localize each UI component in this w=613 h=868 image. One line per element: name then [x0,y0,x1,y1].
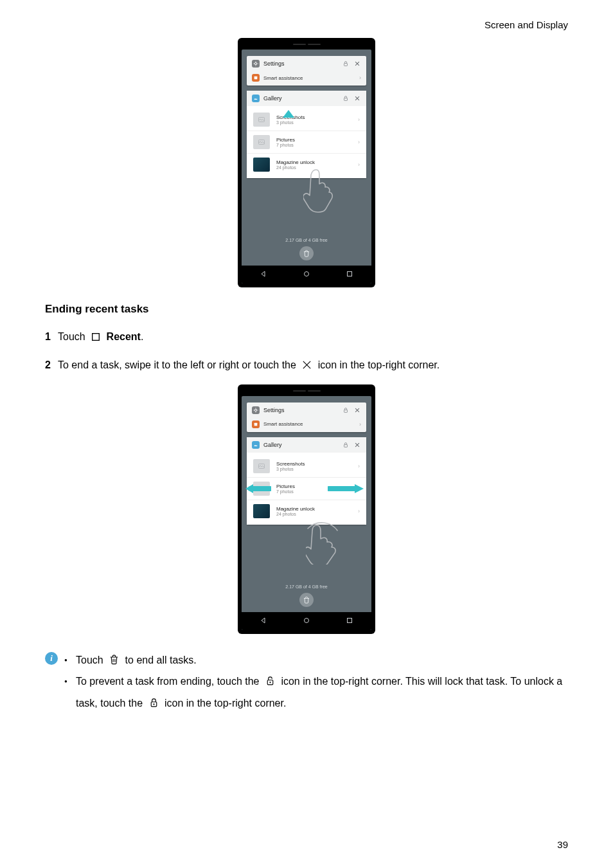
album-thumb-icon [253,158,270,172]
svg-rect-11 [254,422,258,426]
album-name: Screenshots [276,114,305,120]
svg-point-6 [304,272,308,276]
storage-text: 2.17 GB of 4 GB free [242,578,371,592]
chevron-right-icon: › [358,161,360,168]
album-thumb-icon [253,459,270,473]
gallery-album-row[interactable]: Magazine unlock 24 photos › [247,500,366,522]
chevron-right-icon: › [358,463,360,469]
svg-rect-1 [344,64,348,66]
page-number: 39 [557,839,568,850]
album-name: Magazine unlock [276,506,315,512]
lock-icon[interactable] [342,60,350,68]
svg-rect-2 [254,77,258,80]
section-heading: Ending recent tasks [45,303,568,316]
tip1-prefix: Touch [76,655,106,665]
close-icon[interactable] [353,441,361,449]
android-navbar [242,266,371,284]
nav-home-icon[interactable] [303,270,310,279]
close-icon[interactable] [353,60,361,68]
recents-card-settings[interactable]: Settings Smart assistance › [247,56,366,86]
recents-card-settings[interactable]: Settings Smart assistance › [247,402,366,432]
svg-point-18 [270,682,271,683]
phone-screen: Settings Smart assistance › [242,396,371,630]
tips-block: i Touch to end all tasks. To prevent a t… [45,649,568,714]
chevron-right-icon: › [359,421,361,428]
step2-text-prefix: To end a task, swipe it to the left or r… [58,359,299,370]
phone-screen: Settings Smart assistance › [242,50,371,284]
settings-sub-row[interactable]: Smart assistance › [247,71,366,86]
album-count: 3 photos [276,120,305,125]
recents-card-gallery[interactable]: Gallery Screenshots [247,437,366,525]
svg-rect-7 [348,272,352,276]
chevron-right-icon: › [358,116,360,123]
smart-assistance-icon [252,420,260,428]
card-title: Settings [263,407,338,413]
gallery-album-row[interactable]: Pictures 7 photos › [247,477,366,500]
phone-mockup: Settings Smart assistance › [238,38,375,287]
lock-closed-icon [148,696,159,709]
gallery-album-row[interactable]: Screenshots 3 photos › [247,455,366,477]
gallery-album-row[interactable]: Pictures 7 photos › [247,131,366,153]
close-icon[interactable] [353,406,361,414]
album-count: 24 photos [276,512,315,516]
lock-icon[interactable] [342,95,350,102]
svg-point-20 [153,704,154,705]
gesture-hand-icon [306,520,344,565]
card-title: Settings [263,60,338,67]
nav-recent-icon[interactable] [346,270,353,279]
close-x-icon [301,359,312,370]
step2-text-suffix: icon in the top-right corner. [318,359,440,370]
nav-recent-icon[interactable] [346,617,353,626]
album-name: Pictures [276,137,295,143]
album-thumb-icon [253,135,270,149]
tip1-suffix: to end all tasks. [125,655,197,665]
settings-icon [252,60,260,68]
svg-point-9 [254,409,256,411]
tip2-part3: icon in the top-right corner. [164,698,286,709]
card-title: Gallery [263,442,338,448]
nav-home-icon[interactable] [303,617,310,626]
page-header-section: Screen and Display [45,19,568,30]
album-thumb-icon [253,113,270,127]
clear-all-button[interactable] [299,593,314,607]
clear-all-button[interactable] [299,246,314,260]
gallery-icon [252,95,260,102]
info-icon: i [45,652,58,665]
figure-recents-swipe: Settings Smart assistance › [45,384,568,634]
step-item: Touch Recent. [45,327,568,347]
trash-icon [109,653,120,665]
steps-list: Touch Recent. To end a task, swipe it to… [45,327,568,375]
chevron-right-icon: › [358,508,360,514]
step1-text-suffix: . [141,331,143,342]
smart-assistance-icon [252,74,260,82]
settings-icon [252,406,260,414]
gallery-album-row[interactable]: Screenshots 3 photos › [247,109,366,131]
svg-point-0 [254,62,256,64]
recents-card-gallery[interactable]: Gallery Screenshots [247,91,366,178]
svg-point-15 [304,618,308,622]
card-title: Gallery [263,95,338,102]
storage-text: 2.17 GB of 4 GB free [242,231,371,245]
lock-open-icon [265,674,276,687]
lock-icon[interactable] [342,441,350,449]
recent-square-icon [91,332,101,342]
album-count: 7 photos [276,489,295,494]
lock-icon[interactable] [342,406,350,414]
tip-item: Touch to end all tasks. [64,649,568,671]
album-name: Magazine unlock [276,159,315,165]
tip2-part1: To prevent a task from ending, touch the [76,676,262,687]
album-thumb-icon [253,482,270,496]
settings-sub-label: Smart assistance [263,75,303,81]
nav-back-icon[interactable] [260,270,267,279]
gallery-album-row[interactable]: Magazine unlock 24 photos › [247,153,366,176]
settings-sub-row[interactable]: Smart assistance › [247,418,366,432]
album-thumb-icon [253,504,270,518]
chevron-right-icon: › [358,485,360,492]
album-count: 24 photos [276,165,315,170]
nav-back-icon[interactable] [260,617,267,626]
chevron-right-icon: › [358,139,360,145]
close-icon[interactable] [353,95,361,102]
android-navbar [242,612,371,630]
album-name: Pictures [276,484,295,489]
svg-rect-3 [344,98,348,101]
